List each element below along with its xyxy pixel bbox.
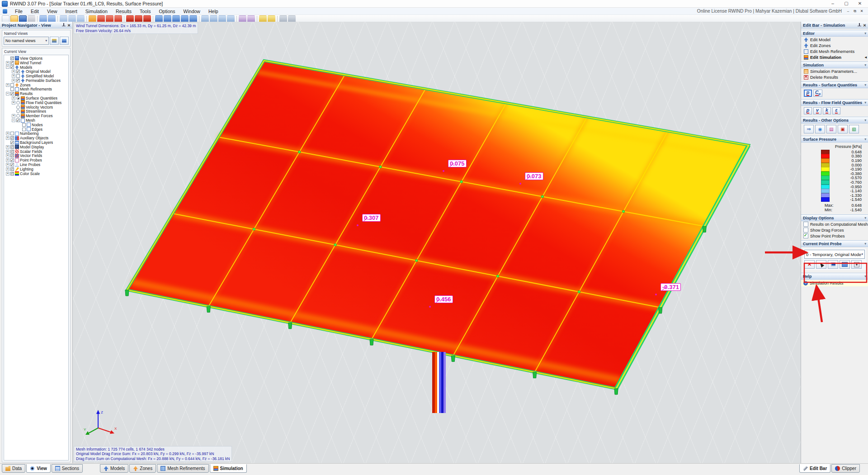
section-header-simulation[interactable]: Simulation xyxy=(801,62,868,68)
tree-checkbox[interactable] xyxy=(22,123,26,127)
tree-item[interactable]: View Options xyxy=(5,56,68,61)
tree-checkbox[interactable] xyxy=(10,65,14,69)
expand-icon[interactable] xyxy=(12,79,15,82)
tree-checkbox[interactable] xyxy=(16,109,20,113)
expand-icon[interactable] xyxy=(6,57,9,60)
section-header-current-point-probe[interactable]: Current Point Probe xyxy=(801,240,868,247)
tab[interactable]: Zones xyxy=(129,464,156,473)
tree-item[interactable]: Zones xyxy=(5,83,68,87)
mdi-close-icon[interactable] xyxy=(859,9,864,14)
expand-icon[interactable] xyxy=(6,172,9,176)
option-button[interactable] xyxy=(804,125,814,133)
tree-checkbox[interactable] xyxy=(16,114,20,118)
tree-checkbox[interactable] xyxy=(10,167,14,171)
tree-checkbox[interactable] xyxy=(10,172,14,176)
tree-item[interactable]: Streamlines xyxy=(5,109,68,114)
menu-item[interactable]: Edit xyxy=(27,9,43,14)
tree-checkbox[interactable] xyxy=(10,57,14,60)
editbar-item[interactable]: Edit Zones xyxy=(801,43,868,48)
tree-item[interactable]: Auxiliary Objects xyxy=(5,136,68,140)
expand-icon[interactable] xyxy=(12,70,15,73)
expand-icon[interactable] xyxy=(12,119,15,122)
menu-item[interactable]: Insert xyxy=(61,9,81,14)
point-probe-button[interactable] xyxy=(840,260,850,269)
expand-icon[interactable] xyxy=(12,74,15,78)
section-header-help[interactable]: Help xyxy=(801,273,868,280)
checkbox[interactable] xyxy=(803,222,808,227)
tree-item[interactable]: Models xyxy=(5,65,68,70)
close-icon[interactable] xyxy=(854,0,866,7)
point-probe-button[interactable] xyxy=(816,260,826,269)
tree-checkbox[interactable] xyxy=(22,128,26,131)
tab[interactable]: Sections xyxy=(52,464,83,473)
minimize-icon[interactable] xyxy=(826,0,839,7)
surface-pressure-render[interactable] xyxy=(73,22,801,464)
tab[interactable]: Simulation xyxy=(210,464,247,473)
tab[interactable]: Clipper xyxy=(831,464,860,473)
menu-item[interactable]: Options xyxy=(155,9,179,14)
editbar-item[interactable]: Delete Results xyxy=(801,74,868,80)
mdi-restore-icon[interactable] xyxy=(852,9,858,14)
tree-checkbox[interactable] xyxy=(10,154,14,157)
tab[interactable]: Data xyxy=(2,464,25,473)
tree-item[interactable]: Line Probes xyxy=(5,162,68,167)
save-view-button[interactable] xyxy=(60,37,69,45)
tree-item[interactable]: Nodes xyxy=(5,123,68,127)
menu-item[interactable]: View xyxy=(43,9,61,14)
section-header-editor[interactable]: Editor xyxy=(801,30,868,37)
expand-icon[interactable] xyxy=(6,163,9,166)
tree-checkbox[interactable] xyxy=(16,119,20,122)
expand-icon[interactable] xyxy=(6,136,9,140)
tree-checkbox[interactable] xyxy=(10,132,14,135)
toolbar-button[interactable] xyxy=(86,16,87,22)
toolbar-button[interactable] xyxy=(124,16,124,22)
tree-item[interactable]: Vector Fields xyxy=(5,154,68,158)
expand-icon[interactable] xyxy=(12,114,15,118)
viewport-3d[interactable]: Wind Tunnel Dimensions: Dx = 165.33 m, D… xyxy=(73,22,801,464)
tree-item[interactable]: Original Model xyxy=(5,69,68,74)
tree-checkbox[interactable] xyxy=(10,145,14,149)
tree-item[interactable]: Flow Field Quantities xyxy=(5,100,68,105)
point-probe-label[interactable]: -0.371 xyxy=(660,283,681,291)
point-probe-button[interactable] xyxy=(851,260,862,269)
expand-icon[interactable] xyxy=(12,105,15,109)
menu-item[interactable]: Simulation xyxy=(81,9,112,14)
point-probe-label[interactable]: 0.075 xyxy=(448,160,467,167)
expand-icon[interactable] xyxy=(6,154,9,157)
tree-checkbox[interactable] xyxy=(10,150,14,153)
tab[interactable]: Edit Bar xyxy=(799,464,830,473)
option-button[interactable] xyxy=(826,125,836,133)
quantity-button[interactable]: Cp xyxy=(813,90,822,97)
section-header-surface-pressure[interactable]: Surface Pressure xyxy=(801,136,868,142)
option-button[interactable] xyxy=(849,125,859,133)
menu-item[interactable]: Window xyxy=(179,9,204,14)
toolbar-button[interactable] xyxy=(57,16,58,22)
tree-checkbox[interactable] xyxy=(10,92,14,95)
editbar-item[interactable]: Simulation Parameters... xyxy=(801,68,868,74)
tab[interactable]: Models xyxy=(100,464,128,473)
section-header-surface-quantities[interactable]: Results - Surface Quantities xyxy=(801,81,868,88)
quantity-button[interactable]: v xyxy=(813,107,821,114)
expand-icon[interactable] xyxy=(6,158,9,162)
panel-close-icon[interactable] xyxy=(863,23,866,28)
tree-item[interactable]: Surface Quantities xyxy=(5,96,68,100)
tree-checkbox[interactable] xyxy=(10,158,14,162)
menu-item[interactable]: Help xyxy=(204,9,222,14)
pin-icon[interactable] xyxy=(62,23,66,27)
point-probe-label[interactable]: 0.307 xyxy=(362,214,381,222)
expand-icon[interactable] xyxy=(6,167,9,171)
manage-views-button[interactable] xyxy=(50,37,59,45)
expand-icon[interactable] xyxy=(18,128,21,131)
tree-item[interactable]: Color Scale xyxy=(5,171,68,176)
pin-icon[interactable] xyxy=(858,23,861,27)
point-probe-label[interactable]: 0.456 xyxy=(434,295,453,303)
tree-checkbox[interactable] xyxy=(10,141,14,144)
point-probe-button[interactable] xyxy=(804,260,815,269)
expand-icon[interactable] xyxy=(6,92,9,95)
toolbar-button[interactable] xyxy=(236,16,237,22)
editbar-item[interactable]: Edit Model xyxy=(801,37,868,43)
tree-checkbox[interactable] xyxy=(10,87,14,91)
tree-item[interactable]: Velocity Vectors xyxy=(5,105,68,109)
expand-icon[interactable] xyxy=(6,150,9,153)
quantity-button[interactable]: ε xyxy=(832,107,840,114)
